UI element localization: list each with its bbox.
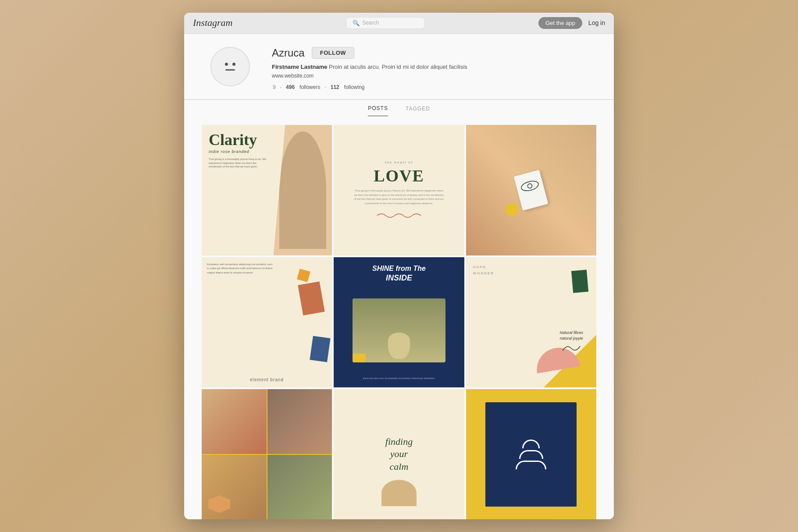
- post8-title: finding your calm: [385, 436, 413, 473]
- shape-terracotta: [298, 281, 324, 316]
- post-item-3[interactable]: [466, 125, 596, 255]
- profile-name-row: Azruca FOLLOW: [272, 47, 588, 59]
- shape-orange: [297, 269, 311, 282]
- post6-natural2: natural joyyie: [559, 336, 583, 342]
- following-label: following: [344, 84, 365, 90]
- arch-3: [516, 461, 546, 469]
- wonder-arches: [516, 440, 546, 469]
- post5-line2: INSIDE: [386, 273, 412, 282]
- post-item-6[interactable]: HOPE WONDER Natural fibres natural joyyi…: [466, 257, 596, 387]
- post1-title: Clarity: [209, 132, 267, 148]
- top-nav: Instagram 🔍 Search Get the app Log in: [184, 13, 614, 34]
- post2-wave: [354, 211, 444, 220]
- collage-cell-4: [267, 455, 332, 520]
- post5-body: anime iste natus error sit voluptatem ac…: [363, 377, 435, 380]
- post2-subtitle: the heart of: [385, 160, 413, 164]
- post1-body: True giving is a thoroughly joyous thing…: [209, 157, 267, 168]
- posts-count: 9: [273, 84, 276, 90]
- post1-subtitle: indie rose branded: [209, 149, 267, 154]
- post6-natural1: Natural fibres: [559, 330, 583, 336]
- photo-book: [514, 170, 549, 211]
- avatar-mouth: [225, 69, 235, 71]
- post8-line3: calm: [390, 461, 409, 472]
- stat-sep2: ·: [324, 84, 326, 90]
- post5-line1: SHINE from The: [372, 265, 426, 272]
- post-item-1[interactable]: Clarity indie rose branded True giving i…: [202, 125, 332, 255]
- post4-body: Excepteur sed consectetur adipiscing non…: [207, 262, 273, 275]
- login-link[interactable]: Log in: [588, 19, 605, 26]
- shape-green-block: [571, 270, 588, 293]
- svg-point-0: [520, 179, 540, 192]
- avatar: [210, 47, 250, 86]
- followers-label: followers: [299, 84, 320, 90]
- post6-text: Natural fibres natural joyyie: [559, 330, 583, 357]
- post5-image: [353, 298, 445, 362]
- person-silhouette: [279, 131, 326, 249]
- profile-website[interactable]: www.website.com: [272, 73, 588, 79]
- post2-title: LOVE: [374, 166, 424, 185]
- post2-body: True giving is thoroughly joyous thing t…: [354, 189, 444, 206]
- profile-bio-text: Proin at iaculis arcu. Proin id mi id do…: [329, 64, 467, 70]
- tab-posts[interactable]: POSTS: [368, 105, 388, 116]
- wonder-navy-box: [485, 402, 577, 507]
- avatar-eyes: [225, 63, 235, 66]
- post4-shapes: [267, 257, 332, 387]
- collage-cell-2: [267, 389, 332, 454]
- vase-shape: [388, 333, 410, 359]
- arch-2: [519, 450, 543, 459]
- tab-tagged[interactable]: TAGGED: [406, 106, 430, 116]
- profile-info: Azruca FOLLOW Firstname Lastname Proin a…: [272, 47, 588, 91]
- shape-blue: [310, 336, 330, 362]
- search-bar[interactable]: 🔍 Search: [346, 17, 425, 29]
- photo-circle: [505, 203, 518, 216]
- finding-shape: [381, 480, 417, 506]
- follow-button[interactable]: FOLLOW: [312, 47, 354, 59]
- post-item-9[interactable]: [466, 389, 596, 519]
- followers-count: 496: [286, 84, 295, 90]
- post-item-4[interactable]: Excepteur sed consectetur adipiscing non…: [202, 257, 332, 387]
- posts-grid: Clarity indie rose branded True giving i…: [184, 116, 614, 519]
- profile-bio: Firstname Lastname Proin at iaculis arcu…: [272, 63, 588, 71]
- post-item-7[interactable]: [202, 389, 332, 519]
- search-icon: 🔍: [353, 20, 360, 26]
- avatar-face: [225, 63, 235, 71]
- svg-point-1: [527, 183, 533, 188]
- post1-image: [274, 125, 332, 255]
- post8-line1: finding: [385, 436, 413, 447]
- post3-image: [466, 125, 596, 255]
- profile-stats: 9 · 496 followers · 112 following: [272, 84, 588, 90]
- top-right-actions: Get the app Log in: [538, 17, 605, 29]
- avatar-eye-left: [225, 63, 228, 66]
- instagram-logo: Instagram: [193, 17, 232, 28]
- post-item-8[interactable]: finding your calm: [334, 389, 464, 519]
- post5-title: SHINE from The INSIDE: [372, 264, 426, 284]
- yellow-accent: [353, 354, 366, 362]
- avatar-eye-right: [232, 63, 235, 66]
- post6-signature-svg: [560, 342, 582, 355]
- collage-cell-1: [202, 389, 267, 454]
- post-item-2[interactable]: the heart of LOVE True giving is thoroug…: [334, 125, 464, 255]
- profile-section: Azruca FOLLOW Firstname Lastname Proin a…: [184, 34, 614, 100]
- get-app-button[interactable]: Get the app: [538, 17, 582, 29]
- profile-fullname: Firstname Lastname: [272, 64, 327, 70]
- profile-username: Azruca: [272, 47, 305, 59]
- profile-tabs: POSTS TAGGED: [184, 99, 614, 116]
- search-placeholder: Search: [362, 20, 379, 26]
- following-count: 112: [331, 84, 339, 90]
- stat-sep1: ·: [280, 84, 281, 90]
- post-item-5[interactable]: SHINE from The INSIDE anime iste natus e…: [334, 257, 464, 387]
- post6-hope: HOPE: [473, 264, 589, 270]
- arch-1: [522, 440, 540, 448]
- post8-line2: your: [390, 448, 408, 459]
